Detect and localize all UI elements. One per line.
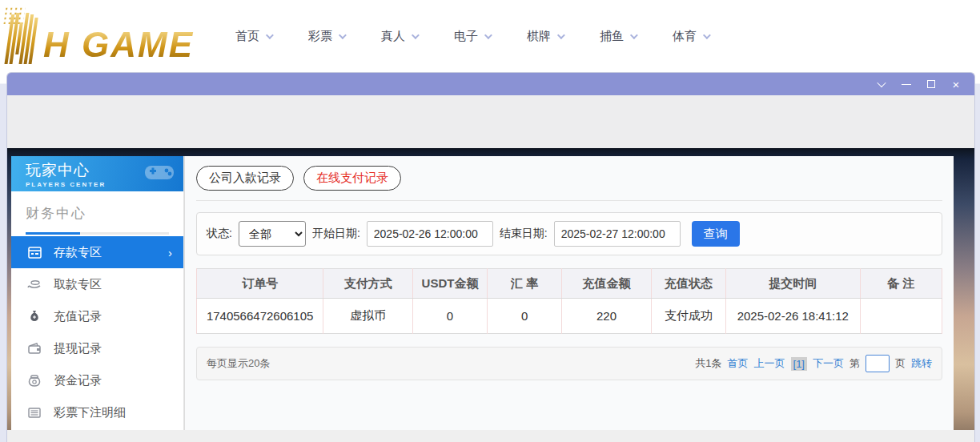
- window-close-button[interactable]: ×: [949, 77, 963, 91]
- first-page-link[interactable]: 首页: [728, 356, 749, 371]
- end-date-input[interactable]: [554, 221, 681, 247]
- payment-records-table: 订单号 支付方式 USDT金额 汇 率 充值金额 充值状态 提交时间 备 注 1: [196, 268, 942, 334]
- start-date-input[interactable]: [367, 221, 493, 247]
- nav-item-slots[interactable]: 电子: [454, 29, 490, 44]
- col-submit-time: 提交时间: [725, 269, 860, 299]
- status-label: 状态:: [207, 227, 232, 241]
- table-row: 1740566472606105 虚拟币 0 0 220 支付成功 2025-0…: [197, 299, 942, 334]
- cell-order-no: 1740566472606105: [197, 299, 323, 334]
- window-maximize-button[interactable]: [924, 77, 938, 91]
- sidebar: 玩家中心 PLAYERS CENTER 财务中心 存款专区: [11, 156, 184, 430]
- next-page-link[interactable]: 下一页: [813, 356, 844, 371]
- logo-dots: [2, 6, 26, 24]
- filter-bar: 状态: 全部 开始日期: 结束日期: 查询: [196, 212, 942, 255]
- content-zone: 玩家中心 PLAYERS CENTER 财务中心 存款专区: [7, 148, 974, 442]
- jump-button[interactable]: 跳转: [911, 356, 932, 371]
- maximize-icon: [927, 80, 935, 88]
- status-select[interactable]: 全部: [239, 221, 306, 247]
- start-date-label: 开始日期:: [312, 227, 360, 241]
- chevron-down-icon: [703, 31, 711, 39]
- deposit-card-icon: [27, 245, 42, 259]
- nav-label: 电子: [454, 29, 478, 44]
- nav-item-lottery[interactable]: 彩票: [308, 29, 344, 44]
- nav-item-sports[interactable]: 体育: [673, 29, 709, 44]
- col-recharge-amount: 充值金额: [562, 269, 652, 299]
- search-button[interactable]: 查询: [692, 221, 740, 247]
- nav-label: 体育: [673, 29, 697, 44]
- sidebar-item-label: 彩票下注明细: [54, 405, 126, 420]
- window-minimize-button[interactable]: [899, 77, 914, 91]
- col-usdt-amount: USDT金额: [412, 269, 487, 299]
- window-dropdown-button[interactable]: [874, 77, 889, 91]
- nav-item-fishing[interactable]: 捕鱼: [600, 29, 636, 44]
- cell-submit-time: 2025-02-26 18:41:12: [725, 299, 860, 334]
- jump-label-pre: 第: [849, 356, 860, 371]
- main-nav: 首页 彩票 真人 电子 棋牌 捕鱼 体育: [235, 29, 709, 44]
- window-toolbar-area: [7, 95, 974, 148]
- nav-item-boardgames[interactable]: 棋牌: [527, 29, 563, 44]
- site-header: H GAME 首页 彩票 真人 电子 棋牌 捕鱼 体育: [0, 0, 980, 72]
- current-page-indicator: [1]: [791, 357, 807, 371]
- sidebar-item-fund-records[interactable]: 资金记录: [11, 364, 183, 396]
- nav-label: 首页: [235, 29, 259, 44]
- col-order-no: 订单号: [197, 269, 323, 299]
- cell-rate: 0: [488, 299, 562, 334]
- end-date-label: 结束日期:: [500, 227, 548, 241]
- hand-money-icon: [27, 277, 42, 291]
- pagination-controls: 共1条 首页 上一页 [1] 下一页 第 页 跳转: [695, 355, 932, 372]
- sidebar-item-deposit-zone[interactable]: 存款专区 ›: [11, 236, 183, 268]
- page-size-text: 每页显示20条: [207, 356, 270, 371]
- window-titlebar[interactable]: ×: [7, 73, 974, 95]
- cell-usdt-amount: 0: [412, 299, 487, 334]
- logo-mark: [5, 13, 44, 64]
- nav-item-live[interactable]: 真人: [381, 29, 417, 44]
- cell-recharge-status: 支付成功: [651, 299, 725, 334]
- col-pay-method: 支付方式: [323, 269, 413, 299]
- table-header-row: 订单号 支付方式 USDT金额 汇 率 充值金额 充值状态 提交时间 备 注: [197, 269, 942, 299]
- chevron-down-icon: [557, 31, 565, 39]
- sidebar-item-label: 提现记录: [54, 341, 102, 356]
- sidebar-section: 财务中心: [11, 191, 183, 235]
- gamepad-icon: [143, 161, 175, 187]
- list-document-icon: [27, 405, 42, 420]
- sidebar-item-label: 取款专区: [54, 277, 102, 292]
- cell-pay-method: 虚拟币: [323, 299, 413, 334]
- cell-recharge-amount: 220: [562, 299, 652, 334]
- nav-label: 真人: [381, 29, 405, 44]
- sidebar-item-lottery-bet-detail[interactable]: 彩票下注明细: [11, 396, 183, 428]
- nav-label: 棋牌: [527, 29, 551, 44]
- tab-company-deposit-records[interactable]: 公司入款记录: [196, 166, 294, 191]
- sidebar-item-label: 资金记录: [54, 373, 102, 388]
- prev-page-link[interactable]: 上一页: [754, 356, 785, 371]
- logo-text: H GAME: [43, 29, 194, 64]
- coin-purse-icon: [27, 373, 42, 388]
- sidebar-item-withdraw-zone[interactable]: 取款专区: [11, 268, 183, 300]
- tab-online-payment-records[interactable]: 在线支付记录: [303, 166, 401, 191]
- record-tabs: 公司入款记录 在线支付记录: [196, 166, 942, 201]
- sidebar-menu: 存款专区 › 取款专区 充值记录: [11, 236, 183, 428]
- nav-label: 捕鱼: [600, 29, 624, 44]
- nav-item-home[interactable]: 首页: [235, 29, 271, 44]
- nav-label: 彩票: [308, 29, 332, 44]
- minimize-icon: [902, 84, 911, 85]
- sidebar-header: 玩家中心 PLAYERS CENTER: [11, 156, 183, 191]
- total-count-text: 共1条: [695, 356, 721, 371]
- col-rate: 汇 率: [488, 269, 562, 299]
- page-number-input[interactable]: [866, 355, 890, 372]
- chevron-down-icon: [877, 78, 886, 87]
- chevron-down-icon: [484, 31, 492, 39]
- money-bag-icon: [27, 309, 42, 323]
- jump-label-post: 页: [895, 356, 906, 371]
- chevron-down-icon: [412, 31, 420, 39]
- sidebar-item-withdraw-records[interactable]: 提现记录: [11, 332, 183, 364]
- sidebar-item-recharge-records[interactable]: 充值记录: [11, 300, 183, 332]
- sidebar-section-label: 财务中心: [26, 204, 169, 223]
- app-window: × 玩家中心 PLAYERS CENTER 财务中心: [6, 72, 975, 442]
- logo[interactable]: H GAME: [8, 8, 194, 64]
- pagination-bar: 每页显示20条 共1条 首页 上一页 [1] 下一页 第 页 跳转: [196, 347, 942, 380]
- chevron-down-icon: [339, 31, 347, 39]
- cell-remark: [860, 299, 942, 334]
- window-bottom-strip: [7, 430, 974, 442]
- chevron-down-icon: [266, 31, 274, 39]
- main-panel: 公司入款记录 在线支付记录 状态: 全部 开始日期: 结束日期: 查询: [184, 156, 954, 430]
